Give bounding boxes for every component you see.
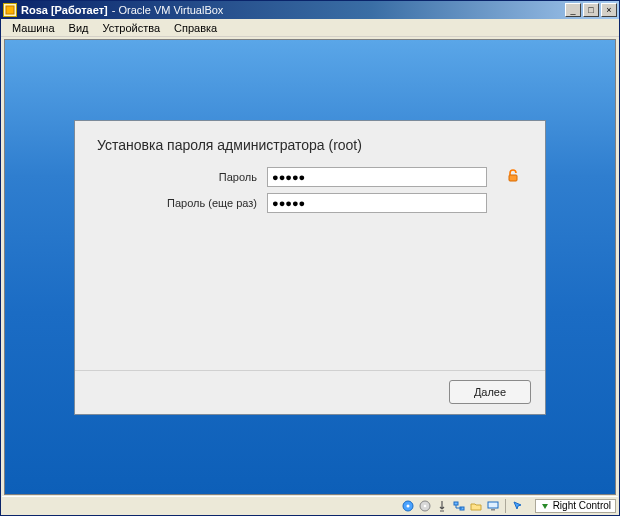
- menu-devices[interactable]: Устройства: [95, 21, 167, 35]
- titlebar[interactable]: Rosa [Работает] - Oracle VM VirtualBox _…: [1, 1, 619, 19]
- svg-rect-9: [491, 509, 495, 511]
- minimize-button[interactable]: _: [565, 3, 581, 17]
- status-icons: [401, 499, 525, 513]
- unlock-icon: [505, 168, 521, 184]
- next-button[interactable]: Далее: [449, 380, 531, 404]
- display-icon[interactable]: [486, 499, 500, 513]
- menu-machine[interactable]: Машина: [5, 21, 62, 35]
- hard-disk-icon[interactable]: [401, 499, 415, 513]
- svg-rect-6: [454, 502, 458, 505]
- installer-panel: Установка пароля администратора (root) П…: [74, 120, 546, 415]
- maximize-button[interactable]: □: [583, 3, 599, 17]
- network-icon[interactable]: [452, 499, 466, 513]
- window-title-rest: - Oracle VM VirtualBox: [112, 4, 224, 16]
- password-repeat-input[interactable]: [267, 193, 487, 213]
- down-arrow-icon: [540, 501, 550, 511]
- usb-icon[interactable]: [435, 499, 449, 513]
- svg-rect-8: [488, 502, 498, 508]
- menu-view[interactable]: Вид: [62, 21, 96, 35]
- window-title-strong: Rosa [Работает]: [21, 4, 108, 16]
- statusbar: Right Control: [2, 496, 618, 514]
- close-button[interactable]: ×: [601, 3, 617, 17]
- password-repeat-label: Пароль (еще раз): [97, 197, 267, 209]
- virtualbox-icon: [3, 3, 17, 17]
- host-key-label: Right Control: [553, 500, 611, 512]
- menu-help[interactable]: Справка: [167, 21, 224, 35]
- password-repeat-row: Пароль (еще раз): [97, 193, 523, 213]
- svg-rect-1: [509, 175, 517, 181]
- mouse-integration-icon[interactable]: [511, 499, 525, 513]
- separator: [505, 499, 506, 513]
- panel-title: Установка пароля администратора (root): [97, 137, 523, 153]
- guest-display[interactable]: Установка пароля администратора (root) П…: [4, 39, 616, 495]
- svg-point-5: [423, 504, 426, 507]
- password-input[interactable]: [267, 167, 487, 187]
- host-key-indicator[interactable]: Right Control: [535, 499, 616, 513]
- vm-window: Rosa [Работает] - Oracle VM VirtualBox _…: [0, 0, 620, 516]
- menubar: Машина Вид Устройства Справка: [1, 19, 619, 37]
- shared-folders-icon[interactable]: [469, 499, 483, 513]
- optical-disk-icon[interactable]: [418, 499, 432, 513]
- svg-point-3: [406, 504, 409, 507]
- panel-body: Установка пароля администратора (root) П…: [75, 121, 545, 370]
- password-row: Пароль: [97, 167, 523, 187]
- svg-rect-0: [6, 6, 14, 14]
- password-label: Пароль: [97, 171, 267, 183]
- panel-footer: Далее: [75, 370, 545, 414]
